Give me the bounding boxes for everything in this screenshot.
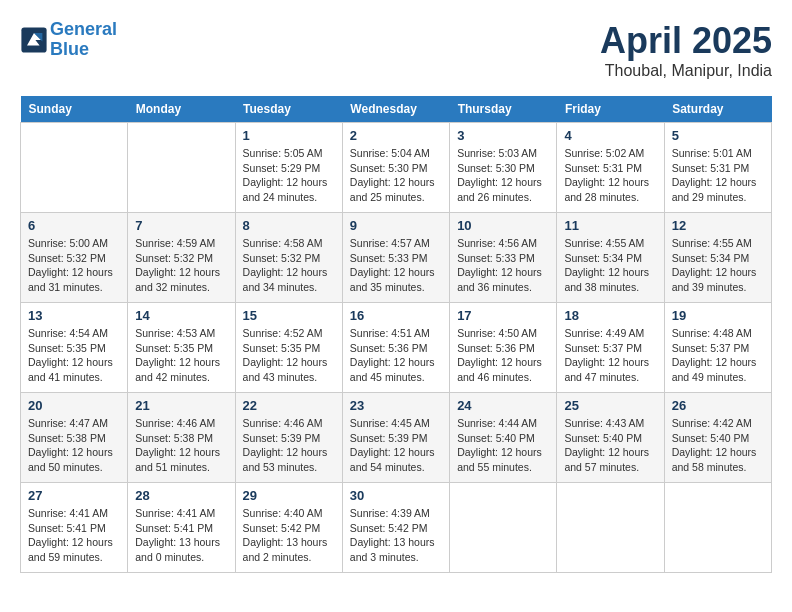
- week-row-1: 1Sunrise: 5:05 AMSunset: 5:29 PMDaylight…: [21, 123, 772, 213]
- calendar-cell: 20Sunrise: 4:47 AMSunset: 5:38 PMDayligh…: [21, 393, 128, 483]
- calendar-cell: 2Sunrise: 5:04 AMSunset: 5:30 PMDaylight…: [342, 123, 449, 213]
- day-number: 20: [28, 398, 120, 413]
- calendar-cell: 25Sunrise: 4:43 AMSunset: 5:40 PMDayligh…: [557, 393, 664, 483]
- day-info: Sunrise: 4:59 AMSunset: 5:32 PMDaylight:…: [135, 236, 227, 295]
- day-info: Sunrise: 4:42 AMSunset: 5:40 PMDaylight:…: [672, 416, 764, 475]
- calendar-cell: 27Sunrise: 4:41 AMSunset: 5:41 PMDayligh…: [21, 483, 128, 573]
- day-number: 4: [564, 128, 656, 143]
- calendar-cell: [450, 483, 557, 573]
- calendar-cell: 14Sunrise: 4:53 AMSunset: 5:35 PMDayligh…: [128, 303, 235, 393]
- calendar-cell: 29Sunrise: 4:40 AMSunset: 5:42 PMDayligh…: [235, 483, 342, 573]
- calendar-cell: 7Sunrise: 4:59 AMSunset: 5:32 PMDaylight…: [128, 213, 235, 303]
- day-number: 6: [28, 218, 120, 233]
- col-header-monday: Monday: [128, 96, 235, 123]
- day-info: Sunrise: 4:53 AMSunset: 5:35 PMDaylight:…: [135, 326, 227, 385]
- location: Thoubal, Manipur, India: [600, 62, 772, 80]
- day-number: 18: [564, 308, 656, 323]
- logo: General Blue: [20, 20, 117, 60]
- day-number: 24: [457, 398, 549, 413]
- day-info: Sunrise: 4:40 AMSunset: 5:42 PMDaylight:…: [243, 506, 335, 565]
- day-number: 13: [28, 308, 120, 323]
- calendar-cell: 3Sunrise: 5:03 AMSunset: 5:30 PMDaylight…: [450, 123, 557, 213]
- week-row-2: 6Sunrise: 5:00 AMSunset: 5:32 PMDaylight…: [21, 213, 772, 303]
- day-number: 29: [243, 488, 335, 503]
- day-info: Sunrise: 4:45 AMSunset: 5:39 PMDaylight:…: [350, 416, 442, 475]
- calendar-cell: 12Sunrise: 4:55 AMSunset: 5:34 PMDayligh…: [664, 213, 771, 303]
- day-number: 7: [135, 218, 227, 233]
- day-info: Sunrise: 4:41 AMSunset: 5:41 PMDaylight:…: [135, 506, 227, 565]
- day-number: 16: [350, 308, 442, 323]
- day-number: 3: [457, 128, 549, 143]
- day-info: Sunrise: 5:04 AMSunset: 5:30 PMDaylight:…: [350, 146, 442, 205]
- day-number: 5: [672, 128, 764, 143]
- calendar-cell: 6Sunrise: 5:00 AMSunset: 5:32 PMDaylight…: [21, 213, 128, 303]
- week-row-4: 20Sunrise: 4:47 AMSunset: 5:38 PMDayligh…: [21, 393, 772, 483]
- calendar-cell: 8Sunrise: 4:58 AMSunset: 5:32 PMDaylight…: [235, 213, 342, 303]
- day-info: Sunrise: 4:46 AMSunset: 5:38 PMDaylight:…: [135, 416, 227, 475]
- logo-text: General Blue: [50, 20, 117, 60]
- calendar-cell: 11Sunrise: 4:55 AMSunset: 5:34 PMDayligh…: [557, 213, 664, 303]
- calendar-cell: 26Sunrise: 4:42 AMSunset: 5:40 PMDayligh…: [664, 393, 771, 483]
- day-info: Sunrise: 4:55 AMSunset: 5:34 PMDaylight:…: [564, 236, 656, 295]
- calendar-cell: 23Sunrise: 4:45 AMSunset: 5:39 PMDayligh…: [342, 393, 449, 483]
- calendar-cell: 16Sunrise: 4:51 AMSunset: 5:36 PMDayligh…: [342, 303, 449, 393]
- day-info: Sunrise: 4:58 AMSunset: 5:32 PMDaylight:…: [243, 236, 335, 295]
- day-info: Sunrise: 4:47 AMSunset: 5:38 PMDaylight:…: [28, 416, 120, 475]
- calendar-cell: 30Sunrise: 4:39 AMSunset: 5:42 PMDayligh…: [342, 483, 449, 573]
- day-info: Sunrise: 4:39 AMSunset: 5:42 PMDaylight:…: [350, 506, 442, 565]
- calendar-cell: 13Sunrise: 4:54 AMSunset: 5:35 PMDayligh…: [21, 303, 128, 393]
- calendar-cell: 10Sunrise: 4:56 AMSunset: 5:33 PMDayligh…: [450, 213, 557, 303]
- day-number: 14: [135, 308, 227, 323]
- day-number: 9: [350, 218, 442, 233]
- day-number: 15: [243, 308, 335, 323]
- page-header: General Blue April 2025 Thoubal, Manipur…: [20, 20, 772, 80]
- calendar-cell: [664, 483, 771, 573]
- day-number: 23: [350, 398, 442, 413]
- day-info: Sunrise: 4:43 AMSunset: 5:40 PMDaylight:…: [564, 416, 656, 475]
- calendar-cell: 5Sunrise: 5:01 AMSunset: 5:31 PMDaylight…: [664, 123, 771, 213]
- calendar-cell: [128, 123, 235, 213]
- calendar-cell: [21, 123, 128, 213]
- header-row: SundayMondayTuesdayWednesdayThursdayFrid…: [21, 96, 772, 123]
- col-header-wednesday: Wednesday: [342, 96, 449, 123]
- calendar-cell: 15Sunrise: 4:52 AMSunset: 5:35 PMDayligh…: [235, 303, 342, 393]
- day-info: Sunrise: 4:51 AMSunset: 5:36 PMDaylight:…: [350, 326, 442, 385]
- week-row-3: 13Sunrise: 4:54 AMSunset: 5:35 PMDayligh…: [21, 303, 772, 393]
- day-info: Sunrise: 4:57 AMSunset: 5:33 PMDaylight:…: [350, 236, 442, 295]
- col-header-tuesday: Tuesday: [235, 96, 342, 123]
- col-header-friday: Friday: [557, 96, 664, 123]
- day-number: 10: [457, 218, 549, 233]
- day-number: 1: [243, 128, 335, 143]
- logo-general: General: [50, 19, 117, 39]
- calendar-cell: 24Sunrise: 4:44 AMSunset: 5:40 PMDayligh…: [450, 393, 557, 483]
- day-number: 2: [350, 128, 442, 143]
- day-info: Sunrise: 5:03 AMSunset: 5:30 PMDaylight:…: [457, 146, 549, 205]
- day-info: Sunrise: 5:05 AMSunset: 5:29 PMDaylight:…: [243, 146, 335, 205]
- day-info: Sunrise: 4:44 AMSunset: 5:40 PMDaylight:…: [457, 416, 549, 475]
- calendar-cell: 22Sunrise: 4:46 AMSunset: 5:39 PMDayligh…: [235, 393, 342, 483]
- col-header-sunday: Sunday: [21, 96, 128, 123]
- day-number: 27: [28, 488, 120, 503]
- day-number: 19: [672, 308, 764, 323]
- day-info: Sunrise: 5:01 AMSunset: 5:31 PMDaylight:…: [672, 146, 764, 205]
- day-info: Sunrise: 4:41 AMSunset: 5:41 PMDaylight:…: [28, 506, 120, 565]
- day-info: Sunrise: 5:00 AMSunset: 5:32 PMDaylight:…: [28, 236, 120, 295]
- col-header-thursday: Thursday: [450, 96, 557, 123]
- calendar-cell: 19Sunrise: 4:48 AMSunset: 5:37 PMDayligh…: [664, 303, 771, 393]
- day-number: 21: [135, 398, 227, 413]
- day-info: Sunrise: 4:56 AMSunset: 5:33 PMDaylight:…: [457, 236, 549, 295]
- col-header-saturday: Saturday: [664, 96, 771, 123]
- day-number: 12: [672, 218, 764, 233]
- logo-blue: Blue: [50, 39, 89, 59]
- day-info: Sunrise: 4:52 AMSunset: 5:35 PMDaylight:…: [243, 326, 335, 385]
- calendar-cell: 18Sunrise: 4:49 AMSunset: 5:37 PMDayligh…: [557, 303, 664, 393]
- day-number: 22: [243, 398, 335, 413]
- calendar-cell: 21Sunrise: 4:46 AMSunset: 5:38 PMDayligh…: [128, 393, 235, 483]
- calendar-cell: 4Sunrise: 5:02 AMSunset: 5:31 PMDaylight…: [557, 123, 664, 213]
- day-number: 25: [564, 398, 656, 413]
- week-row-5: 27Sunrise: 4:41 AMSunset: 5:41 PMDayligh…: [21, 483, 772, 573]
- day-number: 11: [564, 218, 656, 233]
- calendar-cell: 9Sunrise: 4:57 AMSunset: 5:33 PMDaylight…: [342, 213, 449, 303]
- day-number: 17: [457, 308, 549, 323]
- calendar-cell: [557, 483, 664, 573]
